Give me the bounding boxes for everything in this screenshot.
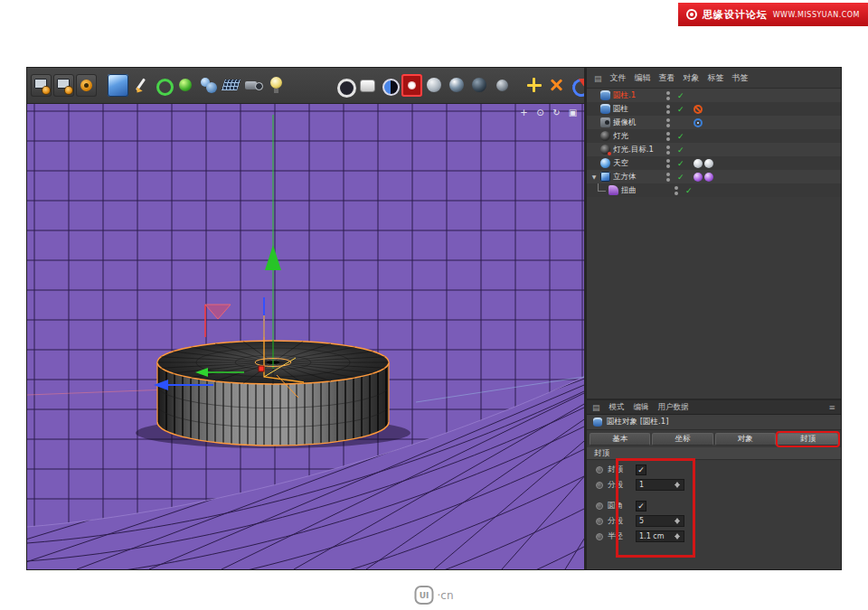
tab-object[interactable]: 对象: [715, 433, 776, 446]
scene-canvas[interactable]: [27, 104, 584, 569]
sphere-dark-icon[interactable]: [469, 74, 490, 97]
object-name: 立方体: [613, 172, 658, 183]
attribute-manager: ▤ 模式 编辑 用户数据 ≡ 圆柱对象 [圆柱.1] 基本 坐标 对象 封顶 封…: [587, 399, 841, 569]
property-label: 封顶: [608, 465, 631, 475]
property-label: 圆角: [608, 501, 631, 511]
visibility-dots[interactable]: [666, 118, 670, 127]
generator-sphere-icon[interactable]: [175, 74, 196, 97]
userdata-tab[interactable]: 用户数据: [658, 402, 689, 413]
spinner-icon[interactable]: [673, 516, 681, 526]
enabled-check-icon[interactable]: ✓: [677, 173, 687, 182]
render-picture-viewer-icon[interactable]: [53, 74, 74, 97]
disabled-tag-icon[interactable]: [693, 105, 703, 114]
object-row-camera[interactable]: 摄像机: [587, 116, 841, 129]
tab-caps[interactable]: 封顶: [778, 433, 838, 446]
burger-icon[interactable]: ≡: [828, 403, 835, 412]
enabled-check-icon[interactable]: ✓: [677, 91, 687, 100]
edit-tab[interactable]: 编辑: [634, 402, 649, 413]
object-row-light-target[interactable]: 灯光.目标.1 ✓: [587, 143, 841, 156]
camera-tool-icon[interactable]: [243, 74, 264, 97]
tab-coordinates[interactable]: 坐标: [652, 433, 712, 446]
visibility-dots[interactable]: [675, 186, 678, 195]
viewport[interactable]: + ⊙ ↻ ▣: [27, 104, 584, 569]
panel-icon: ▤: [594, 74, 602, 83]
visibility-dots[interactable]: [666, 145, 670, 155]
menu-edit[interactable]: 编辑: [635, 72, 651, 84]
menu-object[interactable]: 对象: [684, 72, 700, 84]
light-tool-icon[interactable]: [266, 74, 287, 97]
pen-tool-icon[interactable]: [130, 74, 151, 97]
key-bullet-icon[interactable]: [596, 482, 603, 489]
key-bullet-icon[interactable]: [596, 533, 603, 540]
maximize-view-icon[interactable]: ▣: [567, 107, 579, 118]
sphere-small-icon[interactable]: [492, 74, 513, 97]
object-row-cube[interactable]: ▼ 立方体 ✓: [587, 170, 841, 183]
material-tag-icon[interactable]: [704, 173, 713, 182]
cap-checkbox[interactable]: ✓: [636, 465, 646, 475]
expander-icon[interactable]: ▼: [590, 174, 598, 180]
mode-tab[interactable]: 模式: [609, 402, 625, 413]
plane-grid-icon[interactable]: [221, 74, 241, 97]
primitive-cube-icon[interactable]: [108, 74, 128, 97]
material-tag-icon[interactable]: [693, 159, 703, 168]
axis-cross-icon[interactable]: [524, 74, 544, 97]
menu-bookmarks[interactable]: 书签: [732, 72, 749, 84]
enabled-check-icon[interactable]: ✓: [685, 186, 695, 195]
object-row-light[interactable]: 灯光 ✓: [587, 129, 841, 143]
key-bullet-icon[interactable]: [596, 518, 603, 525]
metaball-icon[interactable]: [198, 74, 219, 97]
field-value: 1: [639, 481, 644, 489]
menu-file[interactable]: 文件: [610, 72, 627, 84]
pan-view-icon[interactable]: +: [518, 107, 530, 118]
fillet-segments-field[interactable]: 5: [636, 515, 684, 527]
ring-material-icon[interactable]: [334, 74, 354, 97]
radius-field[interactable]: 1.1 cm: [636, 530, 684, 542]
tab-basic[interactable]: 基本: [590, 433, 650, 446]
active-camera-icon[interactable]: [401, 74, 422, 97]
subdivision-surface-icon[interactable]: [153, 74, 174, 97]
render-view-icon[interactable]: [31, 74, 52, 97]
visibility-dots[interactable]: [666, 105, 670, 114]
sphere-matte-icon[interactable]: [424, 74, 445, 97]
attribute-title-text: 圆柱对象 [圆柱.1]: [607, 417, 668, 427]
half-sphere-icon[interactable]: [379, 74, 400, 97]
cap-segments-field[interactable]: 1: [636, 479, 684, 491]
spinner-icon[interactable]: [673, 480, 681, 490]
main-toolbar: [27, 68, 584, 104]
target-tag-icon[interactable]: [693, 118, 703, 127]
rotate-view-icon[interactable]: ↻: [551, 107, 562, 118]
object-row-bend[interactable]: 扭曲 ✓: [587, 183, 841, 197]
caps-section-header[interactable]: 封顶: [587, 447, 841, 460]
visibility-dots[interactable]: [666, 173, 670, 182]
forum-banner[interactable]: 思缘设计论坛 WWW.MISSYUAN.COM: [678, 3, 868, 26]
object-row-cylinder[interactable]: 圆柱 ✓: [587, 102, 841, 116]
enabled-check-icon[interactable]: ✓: [677, 105, 687, 114]
move-cross-icon[interactable]: [546, 74, 567, 97]
key-bullet-icon[interactable]: [596, 466, 603, 474]
visibility-dots[interactable]: [666, 132, 670, 141]
enabled-check-icon[interactable]: ✓: [677, 145, 687, 155]
visibility-dots[interactable]: [666, 159, 670, 168]
property-label: 分段: [608, 480, 631, 491]
sphere-glossy-icon[interactable]: [447, 74, 467, 97]
material-tag-icon[interactable]: [693, 173, 703, 182]
rounded-square-icon[interactable]: [356, 74, 377, 97]
zoom-view-icon[interactable]: ⊙: [534, 107, 546, 118]
enabled-check-icon[interactable]: ✓: [677, 159, 687, 168]
object-row-sky[interactable]: 天空 ✓: [587, 156, 841, 170]
right-panel: ▤ 文件 编辑 查看 对象 标签 书签 圆柱.1 ✓: [587, 68, 841, 569]
bend-icon: [609, 185, 618, 195]
menu-view[interactable]: 查看: [659, 72, 675, 84]
object-manager: ▤ 文件 编辑 查看 对象 标签 书签 圆柱.1 ✓: [587, 68, 841, 197]
visibility-dots[interactable]: [666, 91, 670, 100]
fillet-checkbox[interactable]: ✓: [636, 501, 646, 511]
spinner-icon[interactable]: [673, 531, 681, 541]
key-bullet-icon[interactable]: [596, 502, 603, 510]
material-tag-icon[interactable]: [704, 159, 713, 168]
render-settings-icon[interactable]: [76, 74, 97, 97]
menu-tags[interactable]: 标签: [708, 72, 724, 84]
attribute-tabs: 基本 坐标 对象 封顶: [587, 430, 841, 447]
object-row-cylinder1[interactable]: 圆柱.1 ✓: [587, 89, 841, 102]
enabled-check-icon[interactable]: ✓: [677, 132, 687, 141]
attribute-title: 圆柱对象 [圆柱.1]: [587, 415, 841, 430]
